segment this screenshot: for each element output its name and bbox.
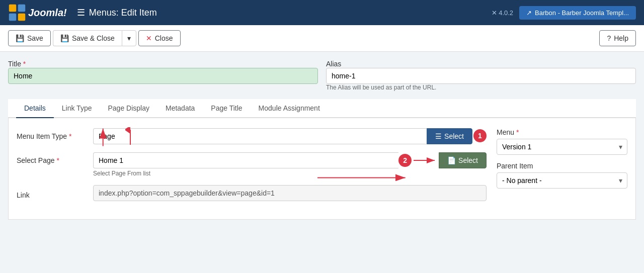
save-button[interactable]: 💾 Save: [8, 30, 51, 46]
menu-label: Menu *: [497, 128, 627, 136]
toolbar: 💾 Save 💾 Save & Close ▾ ✕ Close ? Help: [0, 25, 644, 52]
template-btn-label: Barbon - Barber Joomla Templ...: [535, 9, 629, 17]
joomla-wordmark: Joomla!: [28, 7, 67, 19]
alias-hint: The Alias will be used as part of the UR…: [326, 84, 636, 91]
link-row: Link: [17, 185, 487, 201]
menu-item-type-label: Menu Item Type *: [17, 128, 87, 140]
svg-rect-0: [9, 5, 16, 12]
parent-item-select[interactable]: - No parent -: [497, 172, 627, 189]
parent-item-label-text: Parent Item: [497, 162, 533, 170]
save-close-icon: 💾: [60, 34, 69, 42]
svg-rect-2: [9, 14, 16, 21]
save-close-dropdown[interactable]: ▾: [122, 30, 136, 46]
save-close-label: Save & Close: [72, 34, 115, 42]
close-label: Close: [155, 34, 173, 42]
list-icon: ☰: [435, 132, 442, 140]
tab-left-panel: Menu Item Type * ☰ Select: [17, 128, 487, 209]
external-link-icon: ↗: [526, 9, 532, 17]
menu-item-type-input: [93, 128, 427, 144]
tab-details[interactable]: Details: [16, 99, 54, 118]
tab-link-type[interactable]: Link Type: [54, 99, 100, 118]
version-badge: ✕ 4.0.2: [492, 9, 514, 17]
menu-item-type-input-wrapper: ☰ Select: [93, 128, 472, 144]
link-label: Link: [17, 187, 87, 199]
annotation-badge-2: 2: [398, 154, 412, 167]
select-page-select-button[interactable]: 📄 Select: [439, 152, 487, 168]
select-page-hint: Select Page From list: [93, 170, 487, 177]
parent-item-field: Parent Item - No parent -: [497, 162, 627, 189]
link-label-text: Link: [17, 191, 30, 199]
parent-item-label: Parent Item: [497, 162, 627, 170]
template-button[interactable]: ↗ Barbon - Barber Joomla Templ...: [519, 6, 636, 20]
title-alias-row: Title * Alias The Alias will be used as …: [8, 60, 636, 91]
page: Joomla! ☰ Menus: Edit Item ✕ 4.0.2 ↗ Bar…: [0, 0, 644, 273]
menu-field: Menu * Version 1: [497, 128, 627, 155]
arrow-2-svg: [414, 154, 439, 166]
content-area: Title * Alias The Alias will be used as …: [0, 52, 644, 228]
tabs: Details Link Type Page Display Metadata …: [8, 99, 636, 118]
header-title-text: Menus: Edit Item: [89, 8, 157, 18]
save-close-button[interactable]: 💾 Save & Close: [53, 30, 122, 46]
menu-select-wrapper: Version 1: [497, 139, 627, 155]
tabs-container: Details Link Type Page Display Metadata …: [8, 99, 636, 220]
alias-group: Alias The Alias will be used as part of …: [326, 60, 636, 91]
badge-1-container: 1: [473, 129, 487, 142]
save-label: Save: [27, 34, 43, 42]
alias-label: Alias: [326, 60, 341, 68]
select-page-required: *: [56, 156, 59, 164]
menu-select[interactable]: Version 1: [497, 139, 627, 155]
tab-metadata[interactable]: Metadata: [157, 99, 203, 118]
help-icon: ?: [607, 34, 611, 42]
save-close-group: 💾 Save & Close ▾: [53, 30, 136, 46]
menu-required: *: [516, 128, 519, 136]
tab-module-assignment[interactable]: Module Assignment: [251, 99, 328, 118]
header-title: ☰ Menus: Edit Item: [67, 7, 492, 18]
title-label: Title *: [8, 60, 26, 68]
alias-input[interactable]: [326, 68, 636, 84]
file-icon: 📄: [447, 156, 456, 164]
menu-item-type-select-label: Select: [444, 132, 464, 140]
tab-content-details: Menu Item Type * ☰ Select: [8, 118, 636, 220]
version-number: 4.0.2: [499, 9, 513, 17]
annotation-badge-1: 1: [473, 129, 487, 142]
toolbar-left: 💾 Save 💾 Save & Close ▾ ✕ Close: [8, 30, 181, 46]
select-page-label-text: Select Page: [17, 156, 55, 164]
menu-item-type-select-button[interactable]: ☰ Select: [427, 128, 472, 144]
joomla-icon: [8, 4, 26, 22]
tab-content-inner: Menu Item Type * ☰ Select: [17, 128, 627, 209]
title-input[interactable]: [8, 68, 318, 84]
dropdown-chevron: ▾: [127, 34, 131, 42]
title-label-text: Title: [8, 60, 21, 68]
select-page-select-label: Select: [458, 156, 478, 164]
menu-item-type-required: *: [69, 132, 71, 140]
select-page-input-wrapper: 2: [93, 152, 487, 168]
close-button[interactable]: ✕ Close: [138, 30, 181, 46]
header-title-icon: ☰: [77, 7, 85, 18]
title-required-mark: *: [23, 60, 26, 68]
parent-item-select-wrapper: - No parent -: [497, 172, 627, 189]
title-group: Title *: [8, 60, 318, 91]
close-icon: ✕: [146, 34, 152, 42]
svg-rect-1: [18, 5, 25, 12]
menu-label-text: Menu: [497, 128, 514, 136]
menu-item-type-input-group: ☰ Select: [93, 128, 472, 144]
help-button[interactable]: ? Help: [599, 30, 636, 46]
tab-page-display[interactable]: Page Display: [100, 99, 157, 118]
link-input-group: [93, 185, 487, 201]
svg-rect-3: [18, 14, 25, 21]
joomla-logo: Joomla!: [8, 4, 67, 22]
menu-item-type-label-text: Menu Item Type: [17, 132, 67, 140]
alias-label-text: Alias: [326, 60, 341, 68]
save-icon: 💾: [16, 34, 24, 42]
menu-item-type-row: Menu Item Type * ☰ Select: [17, 128, 487, 144]
header-right: ✕ 4.0.2 ↗ Barbon - Barber Joomla Templ..…: [492, 6, 636, 20]
select-page-label: Select Page *: [17, 152, 87, 164]
select-page-input: [93, 152, 398, 168]
link-input: [93, 185, 487, 201]
header: Joomla! ☰ Menus: Edit Item ✕ 4.0.2 ↗ Bar…: [0, 0, 644, 25]
help-label: Help: [614, 34, 628, 42]
tab-right-panel: Menu * Version 1 Parent Item: [497, 128, 627, 209]
select-page-input-group: 2: [93, 152, 487, 177]
select-page-row: Select Page * 2: [17, 152, 487, 177]
tab-page-title[interactable]: Page Title: [203, 99, 250, 118]
